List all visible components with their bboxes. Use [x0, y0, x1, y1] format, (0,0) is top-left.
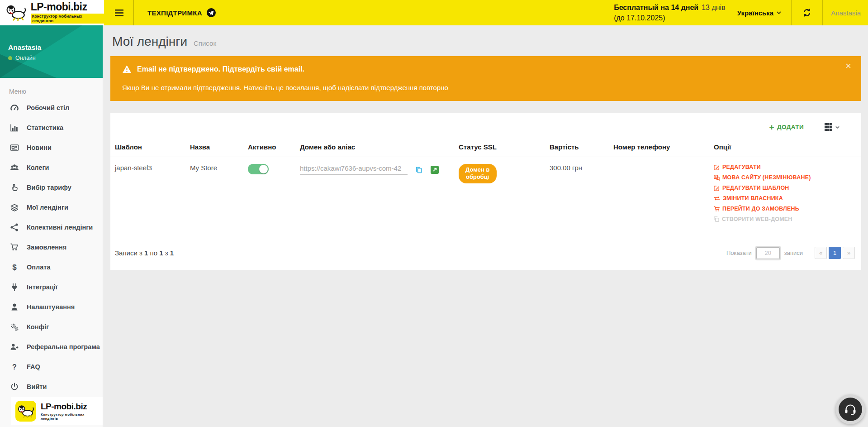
- dollar-icon: $: [10, 263, 19, 272]
- bar-chart-icon: [10, 123, 19, 132]
- cell-domain: [295, 157, 454, 234]
- open-domain-icon[interactable]: [431, 166, 439, 174]
- option-edit-template-link[interactable]: РЕДАГУВАТИ ШАБЛОН: [714, 185, 857, 191]
- page-1-button[interactable]: 1: [829, 247, 841, 259]
- column-header-template: Шаблон: [110, 137, 185, 157]
- edit-icon: [714, 164, 720, 170]
- cell-active: [243, 157, 295, 234]
- svg-text:A: A: [715, 176, 717, 178]
- entries-label: записи: [784, 249, 803, 256]
- option-edit-link[interactable]: РЕДАГУВАТИ: [714, 164, 857, 170]
- share-icon: [10, 223, 19, 232]
- sidebar-item-tariff[interactable]: Вибір тарифу: [0, 178, 103, 197]
- sidebar-item-orders[interactable]: Замовлення: [0, 237, 103, 257]
- sidebar-user-status: Онлайн: [8, 55, 36, 61]
- hand-pointer-icon: [10, 183, 19, 192]
- page-title: Мої лендінги: [112, 34, 187, 49]
- warning-icon: [122, 65, 132, 73]
- option-change-owner-link[interactable]: ЗМІНИТИ ВЛАСНИКА: [714, 195, 857, 202]
- edit-icon: [714, 185, 720, 191]
- column-header-price: Вартість: [545, 137, 609, 157]
- option-create-web-domain-link: СТВОРИТИ WEB-ДОМЕН: [714, 216, 857, 222]
- sidebar-footer-logo[interactable]: LP-mobi.biz Конструктор мобільних лендін…: [11, 397, 103, 425]
- cart-icon: [10, 243, 19, 252]
- toggle-knob: [259, 165, 268, 173]
- sidebar-item-config[interactable]: Конфіг: [0, 317, 103, 337]
- plug-icon: [10, 283, 19, 292]
- add-landing-button[interactable]: + ДОДАТИ: [769, 123, 804, 131]
- question-icon: ?: [10, 362, 19, 371]
- main-content: Мої лендінги Список Email не підтверджен…: [103, 25, 868, 427]
- column-header-domain: Домен або аліас: [295, 137, 454, 157]
- sidebar: Anastasia Онлайн Меню Робочий стіл Стати…: [0, 25, 103, 427]
- copy-domain-icon[interactable]: [415, 166, 423, 174]
- tech-support-link[interactable]: ТЕХПІДТРИМКА: [147, 8, 216, 17]
- plus-icon: +: [769, 123, 775, 131]
- cell-price: 300.00 грн: [545, 157, 609, 234]
- email-warning-banner: Email не підтверджено. Підтвердіть свій …: [110, 56, 861, 101]
- column-header-active: Активно: [243, 137, 295, 157]
- page-size-input[interactable]: 20: [756, 247, 780, 259]
- alert-body-text: Якщо Ви не отримали підтвердження.: [122, 84, 243, 91]
- topbar-divider: [791, 0, 792, 25]
- sidebar-item-referral[interactable]: Реферальна програма: [0, 337, 103, 357]
- dashboard-icon: [10, 103, 19, 112]
- svg-text:$: $: [12, 263, 17, 272]
- chevron-down-icon: [835, 126, 840, 129]
- sidebar-item-faq[interactable]: ? FAQ: [0, 357, 103, 377]
- page-head: Мої лендінги Список: [112, 34, 861, 49]
- next-page-button[interactable]: »: [843, 247, 855, 259]
- sidebar-menu: Робочий стіл Статистика Новини Колеги Ви…: [0, 98, 103, 397]
- active-toggle[interactable]: [248, 164, 269, 174]
- topbar-divider: [133, 0, 134, 25]
- domain-input[interactable]: [300, 164, 408, 175]
- sidebar-item-payment[interactable]: $ Оплата: [0, 257, 103, 277]
- sidebar-item-statistics[interactable]: Статистика: [0, 118, 103, 138]
- cell-phone: [609, 157, 709, 234]
- sidebar-item-news[interactable]: Новини: [0, 138, 103, 158]
- table-footer: Записи з 1 по 1 з 1 Показати 20 записи «: [110, 233, 861, 270]
- dog-mascot-icon: [5, 5, 27, 21]
- topbar: LP-mobi.biz Конструктор мобильных лендин…: [0, 0, 868, 25]
- topbar-username[interactable]: Anastasia: [831, 9, 861, 17]
- sidebar-item-colleagues[interactable]: Колеги: [0, 158, 103, 178]
- topbar-divider: [822, 0, 823, 25]
- gears-icon: [10, 322, 19, 331]
- cell-options: РЕДАГУВАТИ A МОВА САЙТУ (НЕЗМІНЮВАНЕ) РЕ…: [709, 157, 861, 234]
- trial-plan: Бесплатный на 14 дней: [614, 4, 698, 11]
- cell-template: japan-steel3: [110, 157, 185, 234]
- sidebar-item-dashboard[interactable]: Робочий стіл: [0, 98, 103, 118]
- cell-name: My Store: [185, 157, 243, 234]
- power-icon: [10, 382, 19, 391]
- table-header-row: Шаблон Назва Активно Домен або аліас Ста…: [110, 137, 861, 157]
- chat-widget-button[interactable]: [835, 394, 865, 424]
- trial-info: Бесплатный на 14 дней13 днів (до 17.10.2…: [614, 2, 726, 23]
- sidebar-item-my-landings[interactable]: Мої лендінги: [0, 197, 103, 217]
- option-go-to-orders-link[interactable]: ПЕРЕЙТИ ДО ЗАМОВЛЕНЬ: [714, 206, 857, 212]
- clone-icon: [714, 216, 719, 222]
- show-label: Показати: [726, 249, 752, 256]
- pager: « 1 »: [815, 247, 855, 259]
- resend-confirmation-link[interactable]: Натисніть це посилання, щоб надіслати пі…: [243, 84, 448, 91]
- trial-until: (до 17.10.2025): [614, 13, 726, 23]
- refresh-icon: [802, 8, 811, 17]
- brand-name: LP-mobi.biz: [31, 2, 104, 12]
- user-icon: [10, 302, 19, 312]
- table-columns-button[interactable]: [822, 123, 842, 131]
- sidebar-item-logout[interactable]: Вийти: [0, 377, 103, 397]
- prev-page-button[interactable]: «: [815, 247, 827, 259]
- cell-ssl-status: Домен в обробці: [454, 157, 545, 234]
- sidebar-item-integrations[interactable]: Інтеграції: [0, 277, 103, 297]
- option-site-language-link[interactable]: A МОВА САЙТУ (НЕЗМІНЮВАНЕ): [714, 174, 857, 181]
- sidebar-toggle-button[interactable]: [113, 7, 125, 19]
- column-header-name: Назва: [185, 137, 243, 157]
- brand-logo[interactable]: LP-mobi.biz Конструктор мобильных лендин…: [0, 0, 104, 25]
- close-alert-button[interactable]: ×: [843, 61, 854, 72]
- language-selector[interactable]: Українська: [737, 9, 781, 17]
- sidebar-item-settings[interactable]: Налаштування: [0, 297, 103, 317]
- brand-tagline: Конструктор мобильных лендингов: [31, 14, 104, 24]
- refresh-button[interactable]: [800, 8, 814, 18]
- pagination-zone: Показати 20 записи « 1 »: [726, 247, 855, 259]
- sidebar-item-collective-landings[interactable]: Колективні лендінги: [0, 217, 103, 237]
- grid-icon: [825, 123, 832, 131]
